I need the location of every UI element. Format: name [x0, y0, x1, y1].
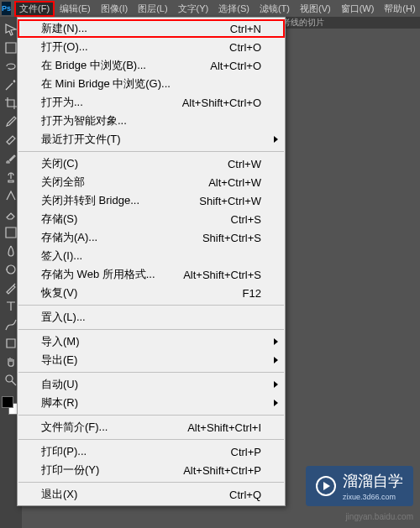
menubar-item-7[interactable]: 视图(V)	[295, 1, 336, 17]
watermark-title: 溜溜自学	[343, 471, 403, 491]
menubar-item-8[interactable]: 窗口(W)	[336, 1, 380, 17]
menu-item-label: 在 Mini Bridge 中浏览(G)...	[41, 76, 261, 91]
menubar-item-6[interactable]: 滤镜(T)	[255, 1, 295, 17]
menu-item-0-4[interactable]: 打开为...Alt+Shift+Ctrl+O	[18, 93, 285, 112]
menu-item-label: 新建(N)...	[41, 21, 230, 36]
menu-item-6-0[interactable]: 打印(P)...Ctrl+P	[18, 442, 285, 461]
menu-separator	[18, 439, 284, 440]
menu-separator	[18, 329, 284, 330]
menu-item-shortcut: F12	[243, 287, 261, 300]
menu-item-label: 在 Bridge 中浏览(B)...	[41, 58, 210, 73]
menu-item-1-2[interactable]: 关闭并转到 Bridge...Shift+Ctrl+W	[18, 191, 285, 210]
menu-item-label: 存储(S)	[41, 212, 231, 227]
menu-item-label: 签入(I)...	[41, 248, 261, 264]
menu-item-1-6[interactable]: 存储为 Web 所用格式...Alt+Shift+Ctrl+S	[18, 265, 285, 284]
menu-item-1-0[interactable]: 关闭(C)Ctrl+W	[18, 154, 285, 173]
submenu-arrow-icon	[274, 357, 278, 363]
menu-item-shortcut: Ctrl+W	[228, 158, 261, 170]
menubar-item-1[interactable]: 编辑(E)	[55, 1, 96, 17]
menu-item-shortcut: Shift+Ctrl+S	[202, 232, 261, 244]
menu-item-1-7[interactable]: 恢复(V)F12	[18, 284, 285, 302]
options-bar-text: 考线的切片	[282, 17, 324, 29]
play-icon	[316, 476, 336, 496]
menu-item-shortcut: Shift+Ctrl+W	[199, 195, 261, 207]
menu-separator	[18, 372, 284, 373]
menu-item-label: 导出(E)	[41, 353, 261, 368]
menu-item-label: 自动(U)	[41, 377, 261, 392]
menu-item-0-2[interactable]: 在 Bridge 中浏览(B)...Alt+Ctrl+O	[18, 56, 285, 75]
menu-item-7-0[interactable]: 退出(X)Ctrl+Q	[18, 485, 285, 504]
menubar-item-2[interactable]: 图像(I)	[96, 1, 133, 17]
menu-item-shortcut: Alt+Ctrl+W	[208, 176, 261, 189]
menu-item-label: 退出(X)	[41, 487, 229, 502]
menu-item-4-0[interactable]: 自动(U)	[18, 375, 285, 394]
submenu-arrow-icon	[274, 136, 278, 143]
watermark-subtitle: zixue.3d66.com	[343, 493, 403, 501]
menu-item-shortcut: Alt+Shift+Ctrl+I	[187, 421, 261, 434]
menu-item-0-3[interactable]: 在 Mini Bridge 中浏览(G)...	[18, 75, 285, 93]
menu-item-shortcut: Ctrl+S	[231, 213, 261, 226]
menu-item-shortcut: Ctrl+N	[230, 23, 261, 35]
menu-separator	[18, 305, 284, 306]
menu-item-label: 存储为(A)...	[41, 230, 202, 245]
menubar-item-0[interactable]: 文件(F)	[14, 1, 55, 17]
menu-item-1-3[interactable]: 存储(S)Ctrl+S	[18, 210, 285, 228]
menu-item-label: 导入(M)	[41, 334, 261, 349]
menu-item-5-0[interactable]: 文件简介(F)...Alt+Shift+Ctrl+I	[18, 418, 285, 437]
menu-item-shortcut: Alt+Shift+Ctrl+O	[182, 97, 261, 109]
menu-separator	[18, 482, 284, 483]
menu-item-0-0[interactable]: 新建(N)...Ctrl+N	[18, 19, 285, 38]
menubar-item-4[interactable]: 文字(Y)	[173, 1, 214, 17]
app-logo: Ps	[2, 2, 11, 15]
menu-item-label: 文件简介(F)...	[41, 420, 187, 435]
menu-item-shortcut: Ctrl+P	[231, 446, 261, 458]
submenu-arrow-icon	[274, 381, 278, 388]
menu-item-0-1[interactable]: 打开(O)...Ctrl+O	[18, 38, 285, 56]
foreground-color-swatch[interactable]	[2, 396, 13, 408]
menu-separator	[18, 415, 284, 416]
menu-item-1-4[interactable]: 存储为(A)...Shift+Ctrl+S	[18, 228, 285, 247]
menu-item-1-5[interactable]: 签入(I)...	[18, 247, 285, 265]
watermark-badge: 溜溜自学 zixue.3d66.com	[306, 466, 413, 506]
menu-item-label: 打印一份(Y)	[41, 463, 183, 478]
menu-item-6-1[interactable]: 打印一份(Y)Alt+Shift+Ctrl+P	[18, 461, 285, 479]
menu-item-shortcut: Ctrl+O	[229, 41, 261, 54]
menubar-item-9[interactable]: 帮助(H)	[379, 1, 420, 17]
menu-item-2-0[interactable]: 置入(L)...	[18, 308, 285, 327]
menu-item-label: 最近打开文件(T)	[41, 132, 261, 147]
menu-item-label: 打开为...	[41, 95, 182, 110]
menu-item-label: 关闭(C)	[41, 156, 228, 171]
menu-item-label: 打开(O)...	[41, 39, 229, 55]
submenu-arrow-icon	[274, 338, 278, 345]
menu-item-4-1[interactable]: 脚本(R)	[18, 394, 285, 412]
menu-item-0-5[interactable]: 打开为智能对象...	[18, 112, 285, 130]
menu-item-label: 置入(L)...	[41, 310, 261, 325]
menu-item-0-6[interactable]: 最近打开文件(T)	[18, 130, 285, 149]
menubar: Ps 文件(F)编辑(E)图像(I)图层(L)文字(Y)选择(S)滤镜(T)视图…	[0, 0, 420, 17]
menu-item-label: 恢复(V)	[41, 285, 243, 301]
submenu-arrow-icon	[274, 400, 278, 406]
menu-item-label: 关闭并转到 Bridge...	[41, 193, 199, 208]
menu-item-shortcut: Alt+Shift+Ctrl+S	[183, 269, 261, 281]
menubar-item-5[interactable]: 选择(S)	[213, 1, 255, 17]
menu-item-shortcut: Alt+Ctrl+O	[210, 60, 261, 72]
menu-item-label: 打印(P)...	[41, 444, 231, 459]
menubar-item-3[interactable]: 图层(L)	[133, 1, 172, 17]
menu-item-label: 脚本(R)	[41, 395, 261, 410]
menu-separator	[18, 151, 284, 152]
menu-item-shortcut: Ctrl+Q	[229, 489, 261, 501]
menu-item-label: 存储为 Web 所用格式...	[41, 267, 183, 282]
menu-item-label: 关闭全部	[41, 175, 208, 190]
file-menu: 新建(N)...Ctrl+N打开(O)...Ctrl+O在 Bridge 中浏览…	[17, 17, 286, 506]
menu-item-3-1[interactable]: 导出(E)	[18, 351, 285, 369]
source-caption: jingyan.baidu.com	[345, 512, 413, 521]
menu-item-label: 打开为智能对象...	[41, 113, 261, 128]
menu-item-3-0[interactable]: 导入(M)	[18, 332, 285, 351]
menu-item-shortcut: Alt+Shift+Ctrl+P	[183, 464, 261, 477]
menu-item-1-1[interactable]: 关闭全部Alt+Ctrl+W	[18, 173, 285, 191]
